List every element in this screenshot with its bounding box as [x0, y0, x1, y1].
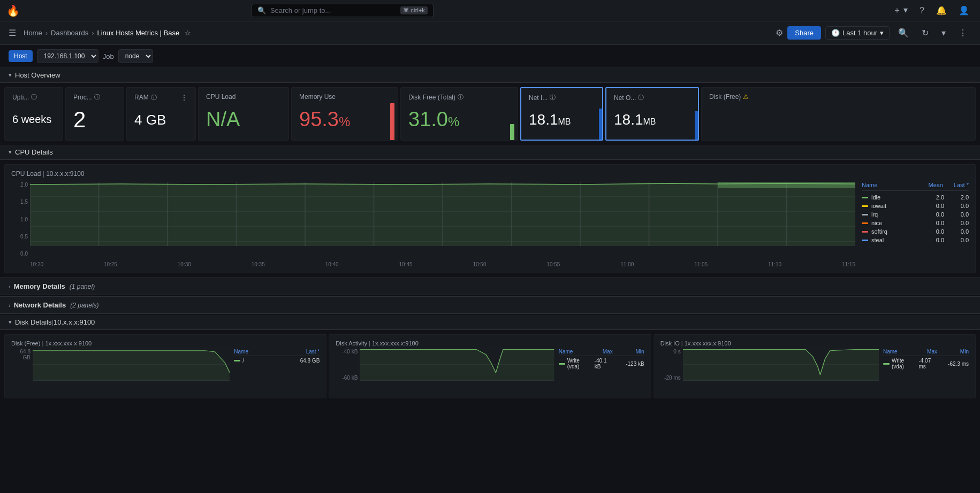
disk-io-panel: Disk IO | 1x.xxx.xxx.x:9100 0 s -20 ms — [654, 334, 976, 398]
ram-value: 4 GB — [134, 112, 188, 128]
shortcut-icon: ⌘ — [403, 7, 409, 13]
breadcrumb-sep-2: › — [92, 29, 94, 37]
grafana-logo: 🔥 — [6, 4, 20, 17]
diskfree-info-icon[interactable]: ⓘ — [458, 93, 464, 101]
ram-info-icon[interactable]: ⓘ — [151, 94, 157, 102]
legend-row-idle[interactable]: idle 2.0 2.0 — [862, 193, 969, 202]
disk-activity-legend-header: Name Max Min — [559, 349, 644, 356]
disk-free-plot — [33, 349, 230, 381]
legend-row-irq[interactable]: irq 0.0 0.0 — [862, 210, 969, 219]
time-range-selector[interactable]: 🕐 Last 1 hour ▾ — [825, 26, 890, 40]
menu-toggle[interactable]: ☰ — [9, 28, 20, 38]
cpu-chart-title: CPU Load | 10.x.x.x:9100 — [11, 170, 969, 178]
shortcut-key: ctrl+k — [411, 7, 425, 13]
search-bar[interactable]: 🔍 Search or jump to... ⌘ ctrl+k — [252, 4, 434, 17]
disk-activity-legend: Name Max Min Write (vda) -40.1 kB -123 k… — [559, 349, 644, 391]
disk-free-graph: 64.8 GB — [11, 349, 230, 391]
breadcrumb-dashboards[interactable]: Dashboards — [51, 29, 88, 37]
stat-card-processes: Proc... ⓘ 2 — [65, 87, 124, 141]
stat-card-netin: Net I... ⓘ 18.1MB — [520, 87, 603, 141]
stat-card-cpuload: CPU Load N/A — [198, 87, 289, 141]
breadcrumb-current: Linux Hosts Metrics | Base — [97, 29, 179, 37]
settings-icon[interactable]: ⚙ — [776, 28, 783, 38]
zoom-out-button[interactable]: 🔍 — [894, 26, 913, 40]
disk-io-legend-row[interactable]: Write (vda) -4.07 ms -62.3 ms — [883, 357, 969, 370]
filter-bar: Host 192.168.1.100 Job node — [0, 45, 980, 68]
time-range-label: Last 1 hour — [842, 29, 877, 37]
disk-free-legend-dot — [234, 360, 240, 361]
cpu-details-title: CPU Details — [15, 148, 53, 156]
cpu-details-section-header[interactable]: ▾ CPU Details — [0, 145, 980, 160]
favorite-star-icon[interactable]: ☆ — [185, 29, 191, 37]
processes-info-icon[interactable]: ⓘ — [94, 93, 100, 101]
disk-activity-legend-row[interactable]: Write (vda) -40.1 kB -123 kB — [559, 357, 644, 370]
host-filter-label[interactable]: Host — [9, 50, 33, 62]
help-button[interactable]: ? — [915, 4, 929, 18]
disk-free-legend-row[interactable]: / 64.8 GB — [234, 357, 320, 364]
search-icon: 🔍 — [257, 6, 266, 14]
legend-row-steal[interactable]: steal 0.0 0.0 — [862, 236, 969, 244]
disk-details-section-header[interactable]: ▾ Disk Details | 10.x.x.x:9100 — [0, 315, 980, 330]
host-overview-title: Host Overview — [15, 71, 60, 79]
uptime-info-icon[interactable]: ⓘ — [31, 93, 37, 101]
disk-details-title: Disk Details — [15, 318, 52, 326]
network-details-note: (2 panels) — [70, 302, 98, 309]
disk-free-panel-title: Disk (Free) | 1x.xxx.xxx.x 9100 — [11, 340, 320, 346]
disk-io-y-axis: 0 s -20 ms — [660, 349, 683, 381]
legend-row-softirq[interactable]: softirq 0.0 0.0 — [862, 227, 969, 236]
share-button[interactable]: Share — [787, 26, 821, 40]
notification-button[interactable]: 🔔 — [932, 3, 951, 18]
stat-card-diskfree2: Disk (Free) ⚠ — [701, 87, 976, 141]
stat-cards-row: Upti... ⓘ 6 weeks Proc... ⓘ 2 RAM ⓘ ⋮ 4 … — [0, 83, 980, 145]
cpu-chart-area: 2.0 1.5 1.0 0.5 0.0 — [11, 182, 969, 267]
panel-options-button[interactable]: ⋮ — [954, 26, 971, 40]
netout-info-icon[interactable]: ⓘ — [638, 94, 644, 102]
memory-details-section[interactable]: › Memory Details (1 panel) — [0, 278, 980, 295]
uptime-value: 6 weeks — [12, 113, 55, 126]
disk-io-chart-area: 0 s -20 ms Name Max — [660, 349, 969, 391]
legend-dot-irq — [862, 214, 868, 215]
ram-menu-icon[interactable]: ⋮ — [180, 93, 188, 102]
netin-card-title: Net I... ⓘ — [529, 94, 595, 102]
netin-bar-container — [599, 88, 602, 140]
search-placeholder: Search or jump to... — [270, 6, 331, 14]
svg-rect-18 — [718, 182, 855, 188]
stat-card-diskfree: Disk Free (Total) ⓘ 31.0% — [400, 87, 518, 141]
disk-activity-plot — [360, 349, 554, 381]
breadcrumb-bar: ☰ Home › Dashboards › Linux Hosts Metric… — [0, 21, 980, 45]
time-options-button[interactable]: ▾ — [937, 26, 950, 40]
netout-bar-container — [695, 88, 698, 140]
disk-free-panel: Disk (Free) | 1x.xxx.xxx.x 9100 64.8 GB — [4, 334, 326, 398]
bottom-charts-row: Disk (Free) | 1x.xxx.xxx.x 9100 64.8 GB — [0, 330, 980, 403]
host-overview-section-header[interactable]: ▾ Host Overview — [0, 68, 980, 83]
disk-activity-y-axis: -40 kB -60 kB — [336, 349, 360, 381]
legend-dot-softirq — [862, 231, 868, 233]
chevron-down-icon: ▾ — [9, 149, 12, 156]
profile-button[interactable]: 👤 — [954, 3, 974, 18]
netin-info-icon[interactable]: ⓘ — [550, 94, 556, 102]
host-filter-select[interactable]: 192.168.1.100 — [37, 49, 98, 63]
job-filter-select[interactable]: node — [118, 49, 153, 63]
cpu-chart-legend: Name Mean Last * idle 2.0 2.0 iowait — [862, 182, 969, 267]
breadcrumb-actions: ⚙ Share 🕐 Last 1 hour ▾ 🔍 ↻ ▾ ⋮ — [776, 26, 971, 40]
clock-icon: 🕐 — [831, 29, 840, 37]
cpu-chart-svg-wrapper: 2.0 1.5 1.0 0.5 0.0 — [11, 182, 855, 267]
network-details-section[interactable]: › Network Details (2 panels) — [0, 296, 980, 314]
memuse-mini-bar — [390, 103, 394, 140]
breadcrumb-home[interactable]: Home — [24, 29, 42, 37]
add-button[interactable]: ＋ ▾ — [888, 3, 912, 18]
legend-row-iowait[interactable]: iowait 0.0 0.0 — [862, 202, 969, 210]
disk-activity-graph: -40 kB -60 kB — [336, 349, 554, 391]
legend-row-nice[interactable]: nice 0.0 0.0 — [862, 219, 969, 227]
diskfree-value: 31.0% — [408, 108, 510, 131]
legend-dot-idle — [862, 197, 868, 198]
diskfree2-card-title: Disk (Free) ⚠ — [709, 93, 968, 101]
chevron-right-icon: › — [9, 283, 11, 290]
disk-activity-legend-dot — [559, 363, 565, 365]
uptime-card-title: Upti... ⓘ — [12, 93, 55, 101]
refresh-button[interactable]: ↻ — [917, 26, 933, 40]
stat-card-ram: RAM ⓘ ⋮ 4 GB — [126, 87, 196, 141]
processes-value: 2 — [73, 107, 116, 133]
netin-value: 18.1MB — [529, 111, 595, 128]
memory-details-title: Memory Details — [14, 282, 65, 290]
